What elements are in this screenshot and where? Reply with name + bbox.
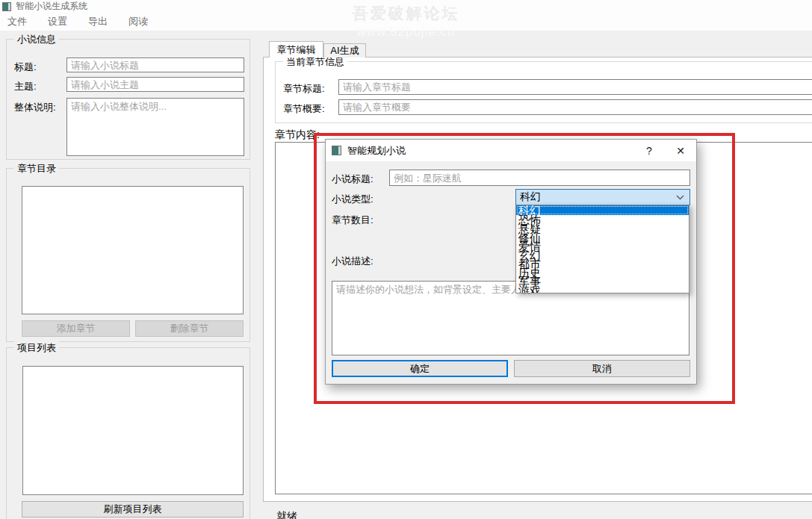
dropdown-option[interactable]: 游戏 <box>516 285 689 293</box>
chapter-summary-input[interactable] <box>338 99 812 115</box>
dropdown-option[interactable]: 修仙 <box>516 233 689 242</box>
window-title: 智能小说生成系统 <box>16 0 87 13</box>
chapter-content-label: 章节内容: <box>275 128 320 142</box>
novel-title-label: 标题: <box>14 60 37 74</box>
novel-title-input[interactable] <box>66 58 244 72</box>
novel-theme-input[interactable] <box>66 77 244 92</box>
dropdown-option[interactable]: 军事 <box>516 276 689 285</box>
project-list-groupbox: 项目列表 刷新项目列表 <box>6 347 250 519</box>
novel-info-groupbox: 小说信息 标题: 主题: 整体说明: <box>6 39 250 160</box>
close-icon[interactable]: ✕ <box>665 140 696 161</box>
dlg-chapter-count-label: 章节数目: <box>332 214 374 227</box>
novel-summary-textarea[interactable] <box>66 98 244 156</box>
chapter-listbox[interactable] <box>22 186 244 314</box>
ok-button[interactable]: 确定 <box>332 360 508 377</box>
menu-file[interactable]: 文件 <box>0 13 34 31</box>
novel-theme-label: 主题: <box>14 80 37 93</box>
refresh-projects-button[interactable]: 刷新项目列表 <box>22 501 244 518</box>
dialog-icon <box>332 146 341 155</box>
menubar: 文件 设置 导出 阅读 <box>0 13 161 31</box>
dropdown-option[interactable]: 爱情 <box>516 241 689 250</box>
menu-read[interactable]: 阅读 <box>121 13 155 31</box>
dropdown-option[interactable]: 都市 <box>516 259 689 268</box>
window-chrome: 智能小说生成系统 文件 设置 导出 阅读 <box>0 0 812 31</box>
chapter-title-input[interactable] <box>338 79 812 95</box>
help-icon[interactable]: ? <box>633 140 665 161</box>
dropdown-option[interactable]: 恐怖 <box>516 215 689 224</box>
project-listbox[interactable] <box>22 366 244 495</box>
status-text: 就绪 <box>276 510 297 519</box>
novel-info-title: 小说信息 <box>14 33 59 46</box>
tab-ai-generate[interactable]: AI生成 <box>323 43 366 58</box>
dlg-novel-type-label: 小说类型: <box>332 193 374 206</box>
current-chapter-groupbox: 当前章节信息 章节标题: 章节概要: <box>275 61 812 123</box>
chapter-summary-label: 章节概要: <box>283 102 325 116</box>
chapter-list-groupbox: 章节目录 添加章节 删除章节 <box>6 168 250 342</box>
dialog-title: 智能规划小说 <box>347 144 406 158</box>
delete-chapter-button[interactable]: 删除章节 <box>135 320 244 337</box>
tab-chapter-edit[interactable]: 章节编辑 <box>269 41 323 58</box>
menu-export[interactable]: 导出 <box>81 13 115 31</box>
dropdown-option[interactable]: 玄幻 <box>516 250 689 259</box>
titlebar: 智能小说生成系统 <box>0 0 87 12</box>
dlg-novel-desc-label: 小说描述: <box>332 255 374 268</box>
novel-type-value: 科幻 <box>520 190 541 204</box>
add-chapter-button[interactable]: 添加章节 <box>22 320 130 337</box>
novel-summary-label: 整体说明: <box>14 101 56 114</box>
dlg-novel-title-input[interactable] <box>389 170 690 186</box>
novel-type-dropdown: 科幻 恐怖 悬疑 修仙 爱情 玄幻 都市 历史 军事 游戏 <box>515 205 689 293</box>
dropdown-option[interactable]: 历史 <box>516 268 689 277</box>
cancel-button[interactable]: 取消 <box>514 360 690 377</box>
menu-settings[interactable]: 设置 <box>40 13 75 31</box>
chevron-down-icon <box>676 195 684 200</box>
dropdown-option[interactable]: 科幻 <box>516 205 689 215</box>
app-window: { "window": { "title": "智能小说生成系统", "menu… <box>0 0 812 519</box>
chapter-list-title: 章节目录 <box>14 162 59 175</box>
app-icon <box>2 2 11 11</box>
project-list-title: 项目列表 <box>14 341 59 355</box>
dialog-titlebar[interactable]: 智能规划小说 ? ✕ <box>326 140 696 161</box>
novel-type-combobox[interactable]: 科幻 <box>515 189 690 205</box>
dropdown-option[interactable]: 悬疑 <box>516 224 689 233</box>
chapter-title-label: 章节标题: <box>283 82 325 96</box>
dlg-novel-title-label: 小说标题: <box>332 173 374 186</box>
